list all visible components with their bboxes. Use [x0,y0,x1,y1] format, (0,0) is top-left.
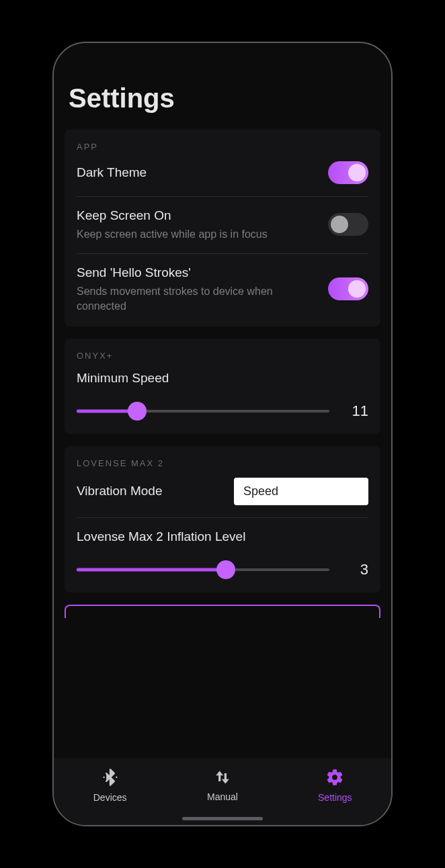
hello-strokes-label: Send 'Hello Strokes' [77,265,319,281]
keep-screen-row: Keep Screen On Keep screen active while … [77,208,368,241]
section-header-onyx: ONYX+ [77,351,368,361]
bottom-nav: Devices Manual Settings [54,758,391,825]
settings-screen: Settings APP Dark Theme Keep Screen On K… [54,43,391,758]
svg-point-1 [116,777,117,778]
hello-strokes-sub: Sends movement strokes to device when co… [77,284,298,313]
inflation-value: 3 [346,561,368,578]
bluetooth-icon [101,768,120,789]
divider [77,517,368,518]
inflation-slider[interactable] [77,560,329,579]
updown-arrows-icon [214,769,231,789]
keep-screen-label: Keep Screen On [77,208,319,224]
next-section-peek [65,605,380,618]
hello-strokes-row: Send 'Hello Strokes' Sends movement stro… [77,265,368,313]
vibration-mode-label: Vibration Mode [77,483,162,500]
dark-theme-toggle[interactable] [328,161,368,184]
nav-devices[interactable]: Devices [77,768,144,803]
nav-settings-label: Settings [318,792,352,803]
nav-manual[interactable]: Manual [189,769,256,802]
keep-screen-sub: Keep screen active while app is in focus [77,227,298,242]
section-header-app: APP [77,142,368,152]
nav-devices-label: Devices [93,792,127,803]
svg-point-0 [103,777,104,778]
inflation-label: Lovense Max 2 Inflation Level [77,529,368,546]
min-speed-slider[interactable] [77,402,329,421]
page-title: Settings [69,83,376,114]
onyx-section: ONYX+ Minimum Speed 11 [65,339,380,434]
lovense-section: LOVENSE MAX 2 Vibration Mode Speed Loven… [65,446,380,593]
dark-theme-label: Dark Theme [77,165,319,181]
min-speed-value: 11 [346,402,368,420]
nav-settings[interactable]: Settings [301,768,368,803]
phone-frame: Settings APP Dark Theme Keep Screen On K… [52,42,393,826]
vibration-mode-row: Vibration Mode Speed [77,478,368,505]
home-indicator[interactable] [182,817,263,820]
nav-manual-label: Manual [207,791,238,802]
min-speed-label: Minimum Speed [77,370,368,387]
dark-theme-row: Dark Theme [77,161,368,184]
app-section: APP Dark Theme Keep Screen On Keep scree… [65,130,380,327]
keep-screen-toggle[interactable] [328,213,368,236]
hello-strokes-toggle[interactable] [328,277,368,300]
vibration-mode-select[interactable]: Speed [234,478,368,505]
divider [77,196,368,197]
section-header-lovense: LOVENSE MAX 2 [77,458,368,468]
divider [77,253,368,254]
gear-icon [325,768,344,789]
